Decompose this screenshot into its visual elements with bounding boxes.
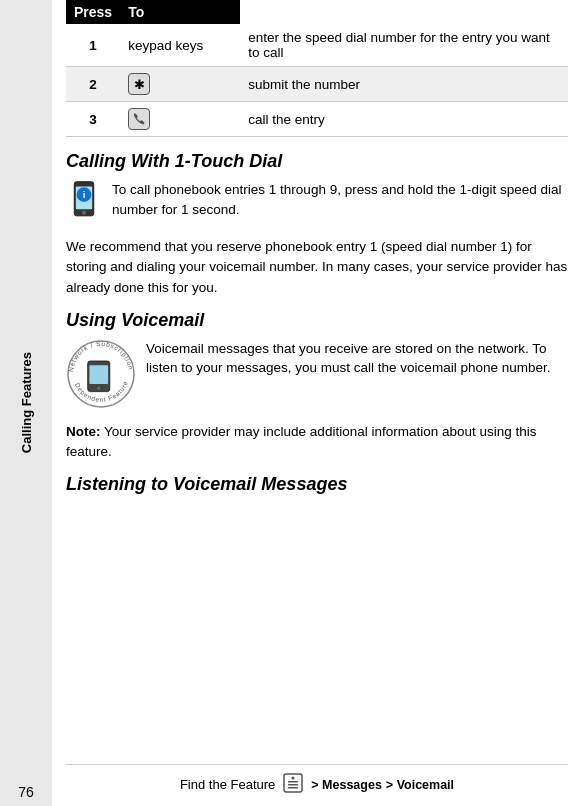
row1-press: keypad keys <box>120 24 240 67</box>
table-row: 2 ✱ submit the number <box>66 67 568 102</box>
svg-rect-14 <box>288 784 298 786</box>
row3-press <box>120 102 240 137</box>
speed-dial-table: Press To 1 keypad keys enter the speed d… <box>66 0 568 137</box>
svg-point-10 <box>97 386 100 389</box>
voicemail-network-block: Network / Subscription Dependent Feature… <box>66 339 568 412</box>
svg-point-2 <box>82 211 86 215</box>
svg-point-12 <box>292 777 295 780</box>
touch-dial-body-text: We recommend that you reserve phonebook … <box>66 237 568 298</box>
star-button-icon: ✱ <box>128 73 150 95</box>
row3-to: call the entry <box>240 102 568 137</box>
svg-rect-9 <box>89 365 108 384</box>
footer-navigation: > Messages > Voicemail <box>311 778 454 792</box>
table-header-to: To <box>120 0 240 24</box>
sidebar: Calling Features DRAFT <box>0 0 52 806</box>
section-voicemail-heading: Using Voicemail <box>66 310 568 331</box>
menu-icon <box>283 773 303 796</box>
voicemail-network-text: Voicemail messages that you receive are … <box>146 339 568 378</box>
row1-to: enter the speed dial number for the entr… <box>240 24 568 67</box>
note-text-content: Your service provider may include additi… <box>66 424 537 459</box>
row2-number: 2 <box>66 67 120 102</box>
page-number-value: 76 <box>18 784 34 800</box>
voicemail-note: Note: Your service provider may include … <box>66 422 568 463</box>
touch-dial-info-block: i To call phonebook entries 1 through 9,… <box>66 180 568 227</box>
section-listening-heading: Listening to Voicemail Messages <box>66 474 568 495</box>
network-subscription-icon: Network / Subscription Dependent Feature <box>66 339 136 412</box>
svg-rect-13 <box>288 781 298 783</box>
page-number: 76 <box>0 778 52 806</box>
footer: Find the Feature > Messages > Voicemail <box>66 764 568 796</box>
find-feature-label: Find the Feature <box>180 777 275 792</box>
row2-press: ✱ <box>120 67 240 102</box>
svg-rect-15 <box>288 787 298 789</box>
call-button-icon <box>128 108 150 130</box>
section-touch-dial-heading: Calling With 1-Touch Dial <box>66 151 568 172</box>
note-label: Note: <box>66 424 101 439</box>
touch-dial-info-text: To call phonebook entries 1 through 9, p… <box>112 180 568 219</box>
table-header-press: Press <box>66 0 120 24</box>
row2-to: submit the number <box>240 67 568 102</box>
svg-text:i: i <box>83 189 86 200</box>
row1-number: 1 <box>66 24 120 67</box>
footer-nav-messages: > Messages <box>311 778 382 792</box>
row3-number: 3 <box>66 102 120 137</box>
footer-nav-voicemail: > Voicemail <box>386 778 454 792</box>
sidebar-label: Calling Features <box>19 352 34 453</box>
table-row: 1 keypad keys enter the speed dial numbe… <box>66 24 568 67</box>
phone-info-icon: i <box>66 180 102 227</box>
table-row: 3 call the entry <box>66 102 568 137</box>
main-content: Press To 1 keypad keys enter the speed d… <box>52 0 582 806</box>
